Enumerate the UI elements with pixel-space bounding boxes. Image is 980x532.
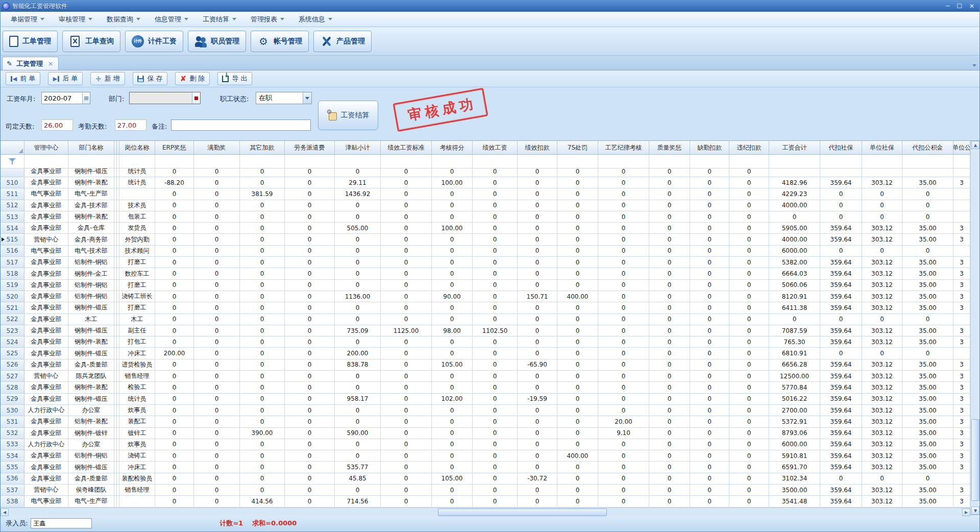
toolbar-button-4[interactable]: 帐号管理 xyxy=(251,31,309,52)
column-header-quality_bonus[interactable]: 质量奖惩 xyxy=(649,141,690,155)
combo-dropdown-icon[interactable] xyxy=(303,92,311,104)
row-number-cell[interactable]: 522 xyxy=(1,314,24,325)
filter-cell-fund_withheld[interactable] xyxy=(902,155,953,168)
scroll-right-icon[interactable]: ▶ xyxy=(962,509,970,516)
row-number-cell[interactable]: 531 xyxy=(1,416,24,427)
column-header-erp_bonus[interactable]: ERP奖惩 xyxy=(155,141,194,155)
row-number-cell[interactable]: 528 xyxy=(1,382,24,393)
filter-cell-erp_bonus[interactable] xyxy=(155,155,194,168)
column-header-dept_name[interactable]: 部门名称 xyxy=(68,141,114,155)
toolbar-button-1[interactable]: X工单查询 xyxy=(62,31,120,52)
maximize-button[interactable]: ☐ xyxy=(957,1,962,12)
table-row[interactable]: 516电气事业部电气-技术部技术顾问000000000000006000.000… xyxy=(1,246,970,257)
filter-cell-full_attendance_bonus[interactable] xyxy=(194,155,240,168)
table-row[interactable]: 530人力行政中心办公室炊事员000000000000002700.00359.… xyxy=(1,405,970,416)
filter-cell-social_unit[interactable] xyxy=(862,155,902,168)
row-number-cell[interactable]: 536 xyxy=(1,473,24,485)
attendance-days-input[interactable] xyxy=(115,119,146,131)
table-row[interactable]: 532金具事业部钢制件-镀锌镀锌工00390.000590.00000009.1… xyxy=(1,428,970,439)
row-number-cell[interactable]: 530 xyxy=(1,405,24,416)
department-picker-button[interactable] xyxy=(192,92,200,104)
table-row[interactable]: 511电气事业部电气-生产部00381.5901436.920000000004… xyxy=(1,188,970,200)
menu-item-6[interactable]: 系统信息 xyxy=(293,13,337,26)
column-header-perf_deduction[interactable]: 绩效扣款 xyxy=(518,141,557,155)
horizontal-scrollbar[interactable]: ◀ ▶ xyxy=(1,507,970,516)
salary-month-value[interactable] xyxy=(42,92,82,104)
row-number-cell[interactable]: 513 xyxy=(1,211,24,223)
table-row[interactable]: 520金具事业部铝制件-铜铝浇铸工班长00001136.00090.000150… xyxy=(1,291,970,302)
scroll-down-icon[interactable]: ▼ xyxy=(971,506,979,515)
row-number-cell[interactable]: 518 xyxy=(1,268,24,279)
filter-cell-craft_discipline_assess[interactable] xyxy=(598,155,649,168)
filter-cell-assess_score[interactable] xyxy=(432,155,473,168)
table-row[interactable]: 538电气事业部电气-生产部00414.560714.5600000000035… xyxy=(1,496,970,507)
remark-value[interactable] xyxy=(172,120,310,130)
table-row[interactable]: 529金具事业部钢制件-锻压统计员0000958.170102.000-19.5… xyxy=(1,394,970,405)
column-header-mgmt_center[interactable]: 管理中心 xyxy=(24,141,68,155)
filter-cell-perf_deduction[interactable] xyxy=(518,155,557,168)
table-row[interactable]: 515营销中心金具-商务部外贸内勤000000000000004000.0035… xyxy=(1,234,970,245)
menu-item-2[interactable]: 数据查询 xyxy=(102,13,145,26)
column-header-s7_penalty[interactable]: 7S处罚 xyxy=(557,141,598,155)
partial-table-row[interactable]: 金具事业部钢制件-锻压统计员00000000000000 xyxy=(1,168,970,177)
column-header-labor_dispatch_fee[interactable]: 劳务派遣费 xyxy=(285,141,335,155)
filter-cell-s7_penalty[interactable] xyxy=(557,155,598,168)
row-number-cell[interactable]: 510 xyxy=(1,177,24,188)
menu-item-3[interactable]: 信息管理 xyxy=(150,13,193,26)
column-header-full_attendance_bonus[interactable]: 满勤奖 xyxy=(194,141,240,155)
action-button-4[interactable]: 删 除 xyxy=(175,72,210,85)
table-row[interactable]: 517金具事业部铝制件-铜铝打磨工000000000000005382.0035… xyxy=(1,257,970,268)
tab-list-dropdown-icon[interactable] xyxy=(972,64,976,67)
column-header-fund_unit_partial[interactable]: 单位公 xyxy=(953,141,970,155)
toolbar-button-0[interactable]: 工单管理 xyxy=(3,31,58,52)
table-row[interactable]: 513金具事业部钢制件-装配包装工000000000000000000 xyxy=(1,211,970,223)
column-header-absence_deduction[interactable]: 缺勤扣款 xyxy=(690,141,729,155)
filter-cell-other_addition[interactable] xyxy=(240,155,285,168)
menu-item-1[interactable]: 审核管理 xyxy=(54,13,97,26)
row-number-cell[interactable]: 529 xyxy=(1,394,24,405)
tab-salary-management[interactable]: ✎ 工资管理 × xyxy=(2,57,59,70)
action-button-1[interactable]: 后 单 xyxy=(48,72,83,85)
column-header-craft_discipline_assess[interactable]: 工艺纪律考核 xyxy=(598,141,649,155)
column-header-violation_deduction[interactable]: 违纪扣款 xyxy=(729,141,769,155)
table-row[interactable]: 518金具事业部钢制件-金工数控车工000000000000006664.033… xyxy=(1,268,970,279)
row-number-cell[interactable]: 537 xyxy=(1,485,24,496)
table-row[interactable]: 522金具事业部木工木工000000000000000000 xyxy=(1,314,970,325)
filter-row-header-cell[interactable] xyxy=(1,155,24,168)
column-header-perf_salary[interactable]: 绩效工资 xyxy=(473,141,518,155)
menu-item-0[interactable]: 单据管理 xyxy=(6,13,50,26)
table-row[interactable]: 523金具事业部钢制件-锻压副主任0000735.091125.0098.001… xyxy=(1,325,970,336)
filter-cell-absence_deduction[interactable] xyxy=(690,155,729,168)
table-row[interactable]: 536金具事业部金具-质量部装配检验员000045.850105.000-30.… xyxy=(1,473,970,485)
table-row[interactable]: 512金具事业部金具-技术部技术员000000000000004000.0000… xyxy=(1,200,970,211)
action-button-0[interactable]: 前 单 xyxy=(6,72,40,85)
column-header-allowance_subtotal[interactable]: 津贴小计 xyxy=(335,141,381,155)
row-number-cell[interactable]: 515 xyxy=(1,234,24,245)
select-all-corner-icon[interactable] xyxy=(18,149,23,153)
row-number-cell[interactable]: 535 xyxy=(1,462,24,473)
filter-cell-violation_deduction[interactable] xyxy=(729,155,769,168)
fixed-days-value[interactable] xyxy=(42,120,72,130)
department-input[interactable] xyxy=(129,92,201,104)
toolbar-button-2[interactable]: 计件计件工资 xyxy=(125,31,183,52)
vertical-scroll-thumb[interactable] xyxy=(971,419,979,501)
column-header-fund_withheld[interactable]: 代扣公积金 xyxy=(902,141,953,155)
row-number-cell[interactable]: 532 xyxy=(1,428,24,439)
column-header-rownum[interactable] xyxy=(1,141,24,155)
column-header-social_withheld[interactable]: 代扣社保 xyxy=(820,141,862,155)
toolbar-button-3[interactable]: 职员管理 xyxy=(188,31,246,52)
menu-item-4[interactable]: 工资结算 xyxy=(198,13,241,26)
scroll-left-icon[interactable]: ◀ xyxy=(1,509,9,516)
close-button[interactable]: ✕ xyxy=(969,1,974,12)
row-number-cell[interactable]: 538 xyxy=(1,496,24,507)
row-number-cell[interactable]: 523 xyxy=(1,325,24,336)
row-number-cell[interactable]: 533 xyxy=(1,439,24,450)
filter-cell-labor_dispatch_fee[interactable] xyxy=(285,155,335,168)
minimize-button[interactable]: ─ xyxy=(946,1,949,12)
action-button-5[interactable]: 导 出 xyxy=(217,72,252,85)
tab-close-icon[interactable]: × xyxy=(47,60,54,67)
filter-funnel-icon[interactable] xyxy=(9,158,16,164)
table-row[interactable]: 528金具事业部钢制件-装配检验工000000000000005770.8435… xyxy=(1,382,970,393)
filter-cell-allowance_subtotal[interactable] xyxy=(335,155,381,168)
remark-input[interactable] xyxy=(171,119,311,131)
